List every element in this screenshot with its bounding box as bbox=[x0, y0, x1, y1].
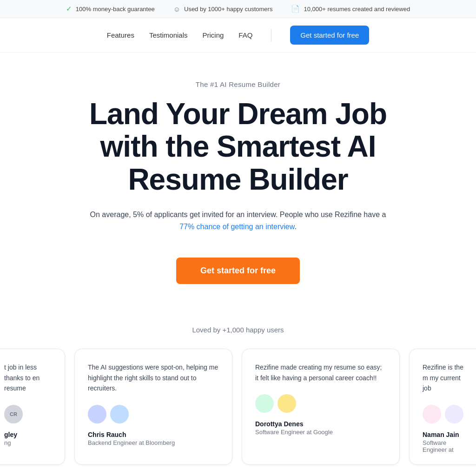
testimonials-section: t job in less thanks to en resume CR gle… bbox=[0, 349, 476, 476]
hero-title: Land Your Dream Job with the Smartest AI… bbox=[38, 98, 438, 196]
testimonial-avatars-naman bbox=[423, 405, 470, 423]
hero-title-line2: with the Smartest AI bbox=[100, 130, 376, 163]
doc-icon: 📄 bbox=[291, 5, 300, 13]
hero-desc-after: . bbox=[294, 223, 296, 231]
avatar-dorottya-2 bbox=[278, 394, 296, 413]
hero-title-line3: Resume Builder bbox=[128, 163, 348, 196]
avatar-naman-2 bbox=[445, 405, 463, 423]
nav-testimonials[interactable]: Testimonials bbox=[149, 31, 188, 39]
banner-customers-text: Used by 1000+ happy customers bbox=[184, 6, 272, 13]
hero-title-line1: Land Your Dream Job bbox=[89, 97, 387, 131]
testimonial-text-chris: The AI suggestions were spot-on, helping… bbox=[88, 362, 219, 393]
testimonial-card-naman: Rezifine is the m my current job Naman J… bbox=[409, 349, 476, 464]
testimonial-role-dorottya: Software Engineer at Google bbox=[255, 429, 386, 436]
banner-item-customers: ☺ Used by 1000+ happy customers bbox=[173, 5, 273, 13]
testimonial-author-naman: Naman Jain bbox=[423, 431, 470, 438]
testimonial-card-dorottya: Rezifine made creating my resume so easy… bbox=[242, 349, 400, 464]
testimonial-role-naman: Software Engineer at bbox=[423, 439, 470, 453]
testimonial-text-partial: t job in less thanks to en resume bbox=[4, 362, 52, 393]
testimonial-text-naman: Rezifine is the m my current job bbox=[423, 362, 470, 393]
banner-item-resumes: 📄 10,000+ resumes created and reviewed bbox=[291, 5, 410, 13]
testimonial-card-partial-left: t job in less thanks to en resume CR gle… bbox=[0, 349, 65, 464]
avatar-chris-2 bbox=[110, 405, 129, 423]
shield-icon: ✓ bbox=[66, 5, 72, 13]
nav-cta-button[interactable]: Get started for free bbox=[290, 26, 369, 45]
hero-highlight-link[interactable]: 77% chance of getting an interview bbox=[179, 223, 294, 231]
testimonial-author-dorottya: Dorottya Denes bbox=[255, 420, 386, 428]
hero-subtitle: The #1 AI Resume Builder bbox=[38, 80, 438, 88]
testimonial-avatars: CR bbox=[4, 405, 52, 423]
banner-item-guarantee: ✓ 100% money-back guarantee bbox=[66, 5, 155, 13]
nav-faq[interactable]: FAQ bbox=[238, 31, 252, 39]
avatar-chris-1 bbox=[88, 405, 106, 423]
testimonial-avatars-chris bbox=[88, 405, 219, 423]
avatar-dorottya-1 bbox=[255, 394, 274, 413]
nav-features[interactable]: Features bbox=[107, 31, 134, 39]
hero-description: On average, 5% of applicants get invited… bbox=[89, 209, 387, 232]
smile-icon: ☺ bbox=[173, 5, 180, 13]
testimonial-avatars-dorottya bbox=[255, 394, 386, 413]
testimonial-role: ng bbox=[4, 439, 52, 446]
navbar: Features Testimonials Pricing FAQ Get st… bbox=[0, 18, 476, 53]
testimonial-text-dorottya: Rezifine made creating my resume so easy… bbox=[255, 362, 386, 383]
banner-resumes-text: 10,000+ resumes created and reviewed bbox=[304, 6, 410, 13]
testimonials-track: t job in less thanks to en resume CR gle… bbox=[0, 349, 476, 476]
social-proof: Loved by +1,000 happy users bbox=[0, 326, 476, 334]
social-proof-text: Loved by +1,000 happy users bbox=[192, 326, 284, 334]
hero-desc-before: On average, 5% of applicants get invited… bbox=[90, 211, 386, 218]
nav-pricing[interactable]: Pricing bbox=[202, 31, 224, 39]
avatar-naman-1 bbox=[423, 405, 441, 423]
avatar: CR bbox=[4, 405, 23, 423]
nav-divider bbox=[271, 29, 271, 42]
testimonial-card-chris: The AI suggestions were spot-on, helping… bbox=[74, 349, 232, 464]
hero-cta-button[interactable]: Get started for free bbox=[176, 258, 300, 284]
top-banner: ✓ 100% money-back guarantee ☺ Used by 10… bbox=[0, 0, 476, 18]
testimonial-role-chris: Backend Engineer at Bloomberg bbox=[88, 439, 219, 446]
banner-guarantee-text: 100% money-back guarantee bbox=[76, 6, 155, 13]
testimonial-author-chris: Chris Rauch bbox=[88, 431, 219, 438]
nav-links: Features Testimonials Pricing FAQ bbox=[107, 31, 253, 39]
testimonial-author: gley bbox=[4, 431, 52, 438]
hero-section: The #1 AI Resume Builder Land Your Dream… bbox=[29, 53, 447, 326]
